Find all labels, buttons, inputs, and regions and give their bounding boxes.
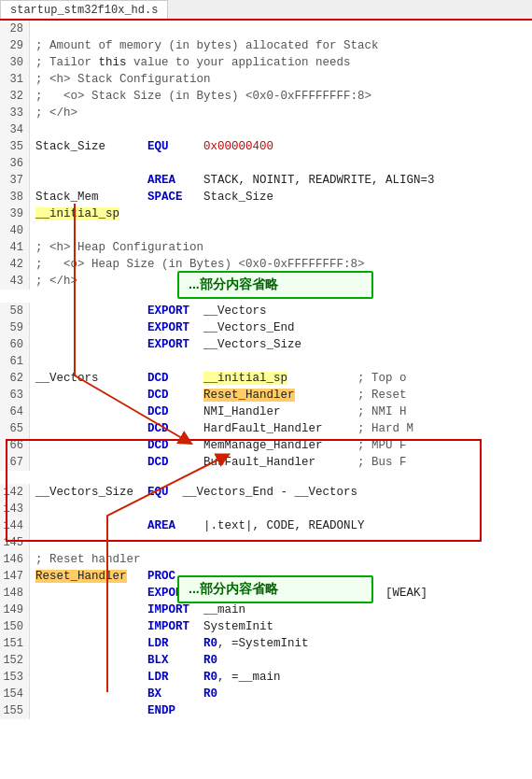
line-67: 67 DCD BusFault_Handler ; Bus F [0, 454, 532, 471]
line-142: 142 __Vectors_Size EQU __Vectors_End - _… [0, 484, 532, 501]
line-32: 32 ; <o> Stack Size (in Bytes) <0x0-0xFF… [0, 88, 532, 105]
line-36: 36 [0, 155, 532, 172]
line-60: 60 EXPORT __Vectors_Size [0, 336, 532, 353]
code-area: 28 29 ; Amount of memory (in bytes) allo… [0, 21, 532, 779]
line-40: 40 [0, 222, 532, 239]
line-37: 37 AREA STACK, NOINIT, READWRITE, ALIGN=… [0, 172, 532, 189]
line-155: 155 ENDP [0, 702, 532, 719]
line-154: 154 BX R0 [0, 686, 532, 702]
line-149: 149 IMPORT __main [0, 602, 532, 618]
line-151: 151 LDR R0, =SystemInit [0, 635, 532, 652]
line-39: 39 __initial_sp [0, 205, 532, 222]
line-153: 153 LDR R0, =__main [0, 669, 532, 686]
line-65: 65 DCD HardFault_Handler ; Hard M [0, 420, 532, 437]
line-38: 38 Stack_Mem SPACE Stack_Size [0, 189, 532, 205]
line-144: 144 AREA |.text|, CODE, READONLY [0, 517, 532, 534]
line-31: 31 ; <h> Stack Configuration [0, 71, 532, 88]
line-148: 148 EXPORT Reset_Handler [WEAK] [0, 585, 532, 602]
line-145: 145 [0, 534, 532, 551]
line-66: 66 DCD MemManage_Handler ; MPU F [0, 437, 532, 454]
line-33: 33 ; </h> [0, 105, 532, 121]
line-41: 41 ; <h> Heap Configuration [0, 239, 532, 256]
line-64: 64 DCD NMI_Handler ; NMI H [0, 404, 532, 420]
file-tab[interactable]: startup_stm32f10x_hd.s [0, 0, 168, 19]
line-28: 28 [0, 21, 532, 37]
line-34: 34 [0, 121, 532, 138]
line-42: 42 ; <o> Heap Size (in Bytes) <0x0-0xFFF… [0, 256, 532, 273]
line-143: 143 [0, 501, 532, 517]
tab-label: startup_stm32f10x_hd.s [10, 4, 158, 17]
tab-bar: startup_stm32f10x_hd.s [0, 0, 532, 21]
line-58: 58 EXPORT __Vectors [0, 303, 532, 319]
line-152: 152 BLX R0 [0, 652, 532, 669]
line-59: 59 EXPORT __Vectors_End [0, 319, 532, 336]
line-30: 30 ; Tailor this value to your applicati… [0, 54, 532, 71]
line-35: 35 Stack_Size EQU 0x00000400 [0, 138, 532, 155]
line-62: 62 __Vectors DCD __initial_sp ; Top o [0, 370, 532, 387]
line-61: 61 [0, 353, 532, 370]
line-29: 29 ; Amount of memory (in bytes) allocat… [0, 37, 532, 54]
line-150: 150 IMPORT SystemInit [0, 618, 532, 635]
line-146: 146 ; Reset handler [0, 551, 532, 568]
line-43: 43 ; </h> [0, 273, 532, 290]
line-147: 147 Reset_Handler PROC [0, 568, 532, 585]
line-63: 63 DCD Reset_Handler ; Reset [0, 387, 532, 404]
